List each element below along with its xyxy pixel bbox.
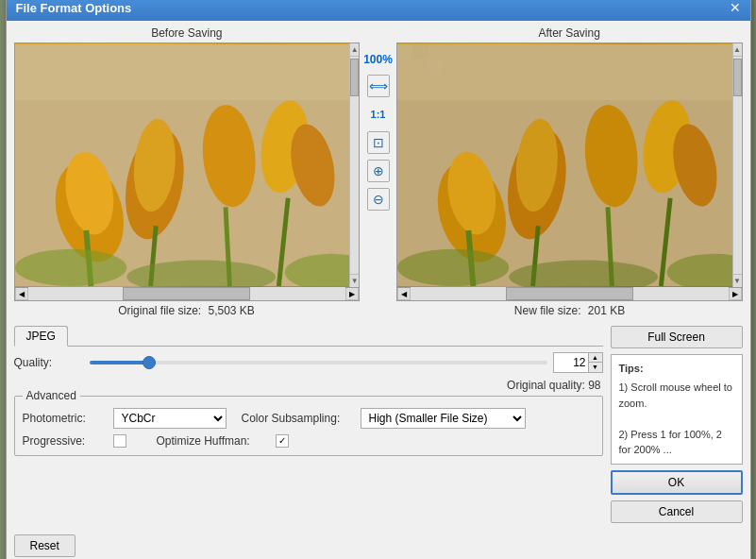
after-pane: After Saving [396,26,743,301]
options-left: JPEG Quality: 12 ▲ ▼ Or [14,326,603,523]
progressive-label: Progressive: [23,434,98,448]
tips-item-2: 2) Press 1 for 100%, 2 for 200% ... [619,427,734,458]
right-buttons: OK Cancel [611,470,743,523]
zoom-out-button[interactable]: ⊖ [367,188,390,211]
advanced-legend: Advanced [23,389,80,402]
after-image-svg [397,43,742,287]
before-scrollbar-h[interactable]: ◀ ▶ [14,288,361,301]
before-scrollbar-v[interactable]: ▲ ▼ [349,43,359,287]
before-image-svg [15,43,360,287]
quality-input[interactable]: 12 [554,355,588,370]
cancel-button[interactable]: Cancel [611,500,743,523]
after-scroll-left[interactable]: ◀ [397,287,411,300]
options-section: JPEG Quality: 12 ▲ ▼ Or [7,320,750,529]
after-scroll-right[interactable]: ▶ [729,287,742,300]
after-scrollbar-h[interactable]: ◀ ▶ [396,288,743,301]
new-file-size-label: New file size: [514,304,581,317]
new-file-size-value: 201 KB [588,304,625,317]
quality-spinbox-arrows: ▲ ▼ [588,353,602,372]
photometric-label: Photometric: [23,412,98,425]
after-image: ▲ ▼ [396,42,743,288]
file-format-options-dialog: File Format Options ✕ Before Saving [6,0,751,559]
tab-bar: JPEG [14,326,603,347]
tips-title: Tips: [619,361,734,377]
close-button[interactable]: ✕ [730,1,741,14]
quality-spinbox: 12 ▲ ▼ [553,352,603,373]
tips-box: Tips: 1) Scroll mouse wheel to zoom. 2) … [611,354,743,465]
advanced-group: Advanced Photometric: YCbCr RGB Color Su… [14,396,603,456]
before-scroll-left[interactable]: ◀ [15,287,28,300]
original-quality-text: Original quality: 98 [507,379,600,392]
original-file-size-value: 5,503 KB [209,304,255,317]
zoom-percent-label: 100% [363,53,393,66]
photometric-select[interactable]: YCbCr RGB [113,408,227,429]
before-scroll-right[interactable]: ▶ [345,287,359,300]
original-quality-row: Original quality: 98 [14,379,603,392]
svg-point-12 [15,248,126,285]
quality-slider[interactable] [90,361,547,364]
full-screen-button[interactable]: Full Screen [611,326,743,348]
original-file-size-label: Original file size: [118,304,201,317]
svg-point-31 [397,248,509,285]
options-right: Full Screen Tips: 1) Scroll mouse wheel … [611,326,743,523]
before-label: Before Saving [14,26,361,40]
quality-increment-button[interactable]: ▲ [589,353,602,363]
file-size-row: Original file size: 5,503 KB New file si… [7,301,750,320]
new-file-size: New file size: 201 KB [397,304,743,317]
color-subsampling-select[interactable]: High (Smaller File Size) Medium Low [361,408,526,429]
optimize-huffman-label: Optimize Huffman: [157,434,260,448]
optimize-huffman-checkbox[interactable]: ✓ [276,434,289,448]
tab-jpeg[interactable]: JPEG [14,326,68,347]
quality-label: Quality: [14,356,90,369]
title-bar: File Format Options ✕ [7,0,750,21]
before-pane: Before Saving [14,26,361,301]
zoom-in-button[interactable]: ⊕ [367,160,390,182]
zoom-1to1-button[interactable]: 1:1 [367,103,390,126]
after-label: After Saving [396,26,743,40]
advanced-row-1: Photometric: YCbCr RGB Color Subsampling… [23,408,595,429]
quality-decrement-button[interactable]: ▼ [589,363,602,372]
tips-item-1: 1) Scroll mouse wheel to zoom. [619,380,734,411]
bottom-row: Reset [7,529,750,560]
original-file-size: Original file size: 5,503 KB [14,304,360,317]
advanced-row-2: Progressive: Optimize Huffman: ✓ [23,434,595,448]
dialog-title: File Format Options [16,1,132,15]
color-subsampling-label: Color Subsampling: [242,412,345,425]
reset-button[interactable]: Reset [14,534,76,557]
progressive-checkbox[interactable] [113,434,126,448]
after-scrollbar-v[interactable]: ▲ ▼ [732,43,742,287]
svg-rect-15 [15,43,360,99]
svg-rect-34 [397,43,742,99]
preview-section: Before Saving [7,21,750,301]
quality-slider-container: 12 ▲ ▼ [90,352,603,373]
before-image: ▲ ▼ [14,42,361,288]
center-controls: 100% ⟺ 1:1 ⊡ ⊕ ⊖ [360,53,396,211]
sync-toggle-button[interactable]: ⟺ [367,75,390,97]
quality-row: Quality: 12 ▲ ▼ [14,352,603,373]
ok-button[interactable]: OK [611,470,743,495]
fit-button[interactable]: ⊡ [367,131,390,154]
